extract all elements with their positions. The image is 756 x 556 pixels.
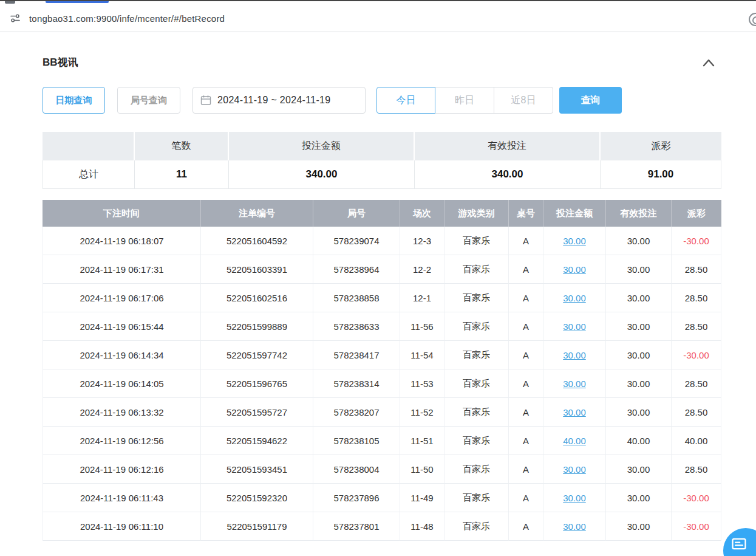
quick-filter-last8days[interactable]: 近8日: [494, 87, 553, 114]
cell-session: 11-52: [400, 398, 444, 427]
table-row: 2024-11-19 06:13:32 522051595727 5782382…: [43, 398, 721, 427]
site-controls-icon[interactable]: [9, 12, 22, 25]
table-row: 2024-11-19 06:18:07 522051604592 5782390…: [43, 227, 721, 255]
date-range-value[interactable]: 2024-11-19 ~ 2024-11-19: [217, 95, 330, 106]
cell-payout: 28.50: [672, 312, 721, 341]
cell-session: 11-56: [400, 312, 444, 341]
address-bar[interactable]: tongbao31.com:9900/infe/mcenter/#/betRec…: [0, 5, 756, 32]
cell-round-no: 578238105: [313, 427, 400, 455]
cell-bet-amount: 30.00: [543, 341, 606, 369]
cell-game-type: 百家乐: [444, 369, 509, 398]
column-header-bet-time: 下注时间: [43, 200, 201, 227]
cell-valid-bet: 30.00: [606, 284, 672, 312]
tab-bar-fragment: [5, 1, 15, 4]
cell-bet-amount: 30.00: [543, 369, 606, 398]
cell-payout: -30.00: [672, 341, 721, 369]
table-row: 2024-11-19 06:12:56 522051594622 5782381…: [43, 427, 721, 455]
bet-amount-link[interactable]: 30.00: [563, 521, 586, 532]
summary-total-bet-amount: 340.00: [229, 160, 415, 189]
url-text[interactable]: tongbao31.com:9900/infe/mcenter/#/betRec…: [29, 13, 225, 24]
quick-filter-yesterday[interactable]: 昨日: [435, 87, 494, 114]
bet-amount-link[interactable]: 30.00: [563, 321, 586, 332]
bet-amount-link[interactable]: 40.00: [563, 436, 586, 446]
bet-amount-link[interactable]: 30.00: [563, 464, 586, 475]
cell-valid-bet: 30.00: [606, 255, 672, 284]
column-header-table-no: 桌号: [509, 200, 543, 227]
cell-bet-time: 2024-11-19 06:17:06: [43, 284, 201, 312]
cell-round-no: 578238633: [313, 312, 400, 341]
cell-table-no: A: [509, 427, 543, 455]
cell-game-type: 百家乐: [444, 512, 509, 541]
cell-payout: -30.00: [672, 512, 721, 541]
cell-table-no: A: [509, 512, 543, 541]
calendar-icon: [200, 95, 211, 106]
cell-order-no: 522051594622: [201, 427, 313, 455]
cell-bet-time: 2024-11-19 06:11:43: [43, 484, 201, 512]
cell-round-no: 578238417: [313, 341, 400, 369]
cell-valid-bet: 30.00: [606, 484, 672, 512]
cell-bet-time: 2024-11-19 06:17:31: [43, 255, 201, 284]
cell-bet-amount: 30.00: [543, 512, 606, 541]
column-header-valid-bet: 有效投注: [606, 200, 672, 227]
cell-order-no: 522051603391: [201, 255, 313, 284]
cell-table-no: A: [509, 398, 543, 427]
table-row: 2024-11-19 06:15:44 522051599889 5782386…: [43, 312, 721, 341]
summary-table: 笔数 投注金额 有效投注 派彩 总计 11 340.00 340.00 91.0…: [43, 132, 721, 189]
bet-amount-link[interactable]: 30.00: [563, 379, 586, 389]
cell-bet-time: 2024-11-19 06:11:10: [43, 512, 201, 541]
date-range-picker[interactable]: 2024-11-19 ~ 2024-11-19: [192, 87, 366, 114]
column-header-payout: 派彩: [672, 200, 721, 227]
cell-payout: 28.50: [672, 398, 721, 427]
cell-valid-bet: 30.00: [606, 455, 672, 484]
cell-session: 11-51: [400, 427, 444, 455]
cell-bet-time: 2024-11-19 06:12:56: [43, 427, 201, 455]
quick-filter-today[interactable]: 今日: [376, 87, 435, 114]
cell-valid-bet: 40.00: [606, 427, 672, 455]
bet-amount-link[interactable]: 30.00: [563, 236, 586, 246]
table-header-row: 下注时间 注单编号 局号 场次 游戏类别 桌号 投注金额 有效投注 派彩: [43, 200, 721, 227]
cell-round-no: 578238964: [313, 255, 400, 284]
bet-amount-link[interactable]: 30.00: [563, 407, 586, 417]
cell-valid-bet: 30.00: [606, 341, 672, 369]
cell-bet-amount: 30.00: [543, 398, 606, 427]
cell-bet-time: 2024-11-19 06:18:07: [43, 227, 201, 255]
cell-game-type: 百家乐: [444, 398, 509, 427]
date-query-button[interactable]: 日期查询: [43, 87, 105, 114]
summary-header-row: 笔数 投注金额 有效投注 派彩: [43, 132, 721, 160]
cell-bet-amount: 30.00: [543, 255, 606, 284]
page-title: BB视讯: [43, 55, 78, 69]
cell-round-no: 578237801: [313, 512, 400, 541]
search-button[interactable]: 查询: [559, 87, 622, 114]
cell-valid-bet: 30.00: [606, 227, 672, 255]
collapse-chevron-icon[interactable]: [701, 57, 717, 69]
cell-session: 12-2: [400, 255, 444, 284]
table-row: 2024-11-19 06:14:34 522051597742 5782384…: [43, 341, 721, 369]
quick-filter-group: 今日 昨日 近8日: [376, 87, 553, 114]
cell-order-no: 522051593451: [201, 455, 313, 484]
cell-table-no: A: [509, 369, 543, 398]
cell-round-no: 578238207: [313, 398, 400, 427]
cell-session: 11-48: [400, 512, 444, 541]
panel-header: BB视讯: [43, 55, 721, 69]
summary-header-count: 笔数: [135, 132, 229, 160]
round-query-button[interactable]: 局号查询: [117, 87, 180, 114]
table-row: 2024-11-19 06:14:05 522051596765 5782383…: [43, 369, 721, 398]
cell-bet-amount: 30.00: [543, 227, 606, 255]
table-row: 2024-11-19 06:11:43 522051592320 5782378…: [43, 484, 721, 512]
filter-toolbar: 日期查询 局号查询 2024-11-19 ~ 2024-11-19 今日 昨日 …: [43, 87, 721, 114]
cell-session: 11-54: [400, 341, 444, 369]
cell-bet-amount: 30.00: [543, 284, 606, 312]
active-tab-indicator: [46, 1, 109, 3]
bet-table-body: 2024-11-19 06:18:07 522051604592 5782390…: [43, 227, 721, 541]
table-row: 2024-11-19 06:12:16 522051593451 5782380…: [43, 455, 721, 484]
browser-page-icon[interactable]: [749, 13, 756, 26]
summary-header-empty: [43, 132, 135, 160]
cell-bet-amount: 30.00: [543, 484, 606, 512]
cell-session: 11-53: [400, 369, 444, 398]
cell-order-no: 522051602516: [201, 284, 313, 312]
bet-amount-link[interactable]: 30.00: [563, 493, 586, 503]
bet-amount-link[interactable]: 30.00: [563, 293, 586, 303]
bet-amount-link[interactable]: 30.00: [563, 350, 586, 360]
bet-amount-link[interactable]: 30.00: [563, 264, 586, 275]
column-header-game-type: 游戏类别: [444, 200, 509, 227]
